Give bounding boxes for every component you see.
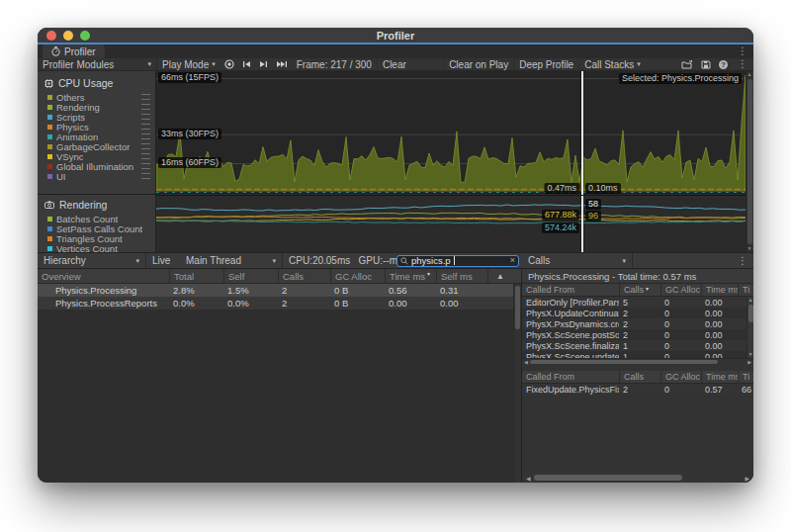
- column-header-total[interactable]: Total: [169, 269, 223, 283]
- hierarchy-table-scrollbar[interactable]: [513, 284, 521, 483]
- chevron-down-icon: ▾: [147, 60, 151, 68]
- drag-handle-icon[interactable]: [141, 114, 150, 120]
- details-view-dropdown[interactable]: Hierarchy ▾: [38, 253, 146, 268]
- module-item-label: Vertices Count: [56, 243, 118, 254]
- column-header-time-ms[interactable]: Time ms▾: [701, 371, 738, 383]
- tab-menu-icon[interactable]: ⋮: [732, 46, 753, 56]
- drag-handle-icon[interactable]: [141, 94, 150, 100]
- row-cell: 2: [619, 319, 660, 329]
- help-button[interactable]: ?: [715, 58, 732, 70]
- live-toggle[interactable]: Live: [146, 253, 180, 268]
- called-from-row[interactable]: PhysX.UpdateContinuatio200.00: [522, 308, 753, 318]
- marker-vertices-count: 574.24k: [542, 222, 579, 233]
- column-header-warnings[interactable]: ▲: [487, 269, 521, 283]
- module-item-setpass-calls-count[interactable]: SetPass Calls Count: [38, 223, 155, 233]
- clear-search-icon[interactable]: ×: [510, 256, 515, 265]
- module-item-rendering[interactable]: Rendering: [38, 102, 155, 112]
- column-header-overview[interactable]: Overview: [38, 269, 169, 283]
- scroll-left-icon[interactable]: ◀: [524, 475, 533, 482]
- column-header-called-from[interactable]: Called From: [522, 284, 619, 296]
- column-header-calls[interactable]: Calls: [619, 371, 660, 383]
- search-input[interactable]: physics.p ×: [396, 255, 519, 267]
- module-item-others[interactable]: Others: [38, 92, 155, 102]
- module-item-vsync[interactable]: VSync: [38, 151, 155, 161]
- hierarchy-row[interactable]: Physics.Processing2.8%1.5%20 B0.560.31: [38, 284, 521, 297]
- called-from-scrollbar[interactable]: ▲ ▼: [747, 297, 753, 358]
- column-header-gc-alloc[interactable]: GC Alloc: [660, 284, 701, 296]
- scrollbar-thumb[interactable]: [534, 475, 682, 481]
- thread-dropdown[interactable]: Main Thread ▾: [180, 253, 283, 268]
- drag-handle-icon[interactable]: [141, 133, 150, 139]
- module-item-ui[interactable]: UI: [38, 171, 155, 181]
- module-item-batches-count[interactable]: Batches Count: [38, 214, 155, 223]
- module-item-garbagecollector[interactable]: GarbageCollector: [38, 141, 155, 151]
- called-from-row[interactable]: FixedUpdate.PhysicsFixec200.5766: [522, 384, 753, 395]
- scroll-left-icon[interactable]: ◀: [522, 359, 530, 365]
- column-header-ti[interactable]: Ti: [738, 371, 753, 383]
- scrollbar-thumb[interactable]: [748, 305, 753, 322]
- selected-frame-line[interactable]: [581, 71, 583, 195]
- call-stacks-dropdown[interactable]: Call Stacks ▾: [578, 58, 646, 70]
- previous-frame-button[interactable]: [238, 58, 255, 70]
- tab-profiler[interactable]: Profiler: [43, 44, 105, 58]
- column-header-self-ms[interactable]: Self ms: [436, 269, 487, 283]
- deep-profile-toggle[interactable]: Deep Profile: [513, 58, 578, 70]
- column-header-self[interactable]: Self: [223, 269, 278, 283]
- cpu-usage-chart[interactable]: 66ms (15FPS) 33ms (30FPS) 16ms (60FPS) S…: [156, 71, 746, 195]
- module-item-animation[interactable]: Animation: [38, 132, 155, 141]
- hierarchy-row[interactable]: Physics.ProcessReports0.0%0.0%20 B0.000.…: [38, 297, 521, 310]
- scroll-right-icon[interactable]: ▶: [746, 359, 753, 365]
- play-mode-dropdown[interactable]: Play Mode ▾: [157, 58, 220, 70]
- scroll-up-icon[interactable]: ▲: [748, 297, 753, 304]
- clear-on-play-toggle[interactable]: Clear on Play: [443, 58, 513, 70]
- toolbar-menu-icon[interactable]: ⋮: [732, 59, 753, 69]
- scroll-down-icon[interactable]: ▼: [747, 245, 752, 252]
- rendering-stats-chart[interactable]: 677.88k 574.24k 58 96: [156, 195, 746, 252]
- drag-handle-icon[interactable]: [141, 163, 150, 169]
- load-profile-button[interactable]: [677, 58, 697, 70]
- column-header-calls[interactable]: Calls: [278, 269, 330, 283]
- clear-button[interactable]: Clear: [377, 58, 411, 70]
- drag-handle-icon[interactable]: [141, 153, 150, 159]
- details-pane-dropdown[interactable]: Calls ▾: [522, 253, 633, 268]
- drag-handle-icon[interactable]: [141, 143, 150, 149]
- drag-handle-icon[interactable]: [141, 124, 150, 130]
- current-frame-button[interactable]: [272, 58, 292, 70]
- column-header-calls[interactable]: Calls▾: [619, 284, 660, 296]
- selected-frame-line[interactable]: [581, 196, 583, 252]
- called-from-hscrollbar[interactable]: ◀ ▶: [522, 358, 753, 365]
- module-item-global-illumination[interactable]: Global Illumination: [38, 161, 155, 171]
- scroll-right-icon[interactable]: ▶: [743, 475, 751, 482]
- module-item-vertices-count[interactable]: Vertices Count: [38, 243, 155, 253]
- module-item-scripts[interactable]: Scripts: [38, 112, 155, 122]
- drag-handle-icon[interactable]: [141, 104, 150, 110]
- column-header-time-ms[interactable]: Time ms: [701, 284, 738, 296]
- scrollbar-thumb[interactable]: [747, 79, 752, 244]
- scroll-down-icon[interactable]: ▼: [748, 351, 753, 358]
- column-header-time-ms[interactable]: Time ms▾: [385, 269, 436, 283]
- module-item-physics[interactable]: Physics: [38, 122, 155, 132]
- column-header-gc-alloc[interactable]: GC Alloc: [660, 371, 701, 383]
- record-button[interactable]: [220, 58, 238, 70]
- details-hscrollbar[interactable]: ◀ ▶: [524, 474, 751, 482]
- called-from-row[interactable]: EditorOnly [Profiler.ParseT500.00: [522, 297, 753, 308]
- called-from-row[interactable]: PhysX.ScScene.updateCC100.00: [522, 351, 753, 358]
- called-from-row[interactable]: PhysX.ScScene.finalizatic100.00: [522, 340, 753, 351]
- module-item-triangles-count[interactable]: Triangles Count: [38, 233, 155, 243]
- scroll-up-icon[interactable]: ▲: [747, 71, 752, 78]
- next-frame-button[interactable]: [255, 58, 272, 70]
- save-profile-button[interactable]: [697, 58, 715, 70]
- column-header-gc-alloc[interactable]: GC Alloc: [330, 269, 385, 283]
- profiler-modules-dropdown[interactable]: Profiler Modules ▾: [38, 58, 157, 70]
- drag-handle-icon[interactable]: [141, 173, 150, 179]
- charts-scrollbar[interactable]: ▲ ▼: [746, 71, 752, 252]
- scrollbar-thumb[interactable]: [530, 360, 718, 364]
- cpu-usage-header[interactable]: CPU Usage: [38, 71, 155, 92]
- column-header-ti[interactable]: Ti: [738, 284, 753, 296]
- called-from-row[interactable]: PhysX.ScScene.postSolve200.00: [522, 329, 753, 340]
- column-header-called-from[interactable]: Called From: [522, 371, 619, 383]
- rendering-header[interactable]: Rendering: [38, 195, 155, 214]
- scrollbar-thumb[interactable]: [515, 286, 520, 329]
- called-from-row[interactable]: PhysX.PxsDynamics.creat200.00: [522, 318, 753, 329]
- details-menu-icon[interactable]: ⋮: [732, 256, 753, 266]
